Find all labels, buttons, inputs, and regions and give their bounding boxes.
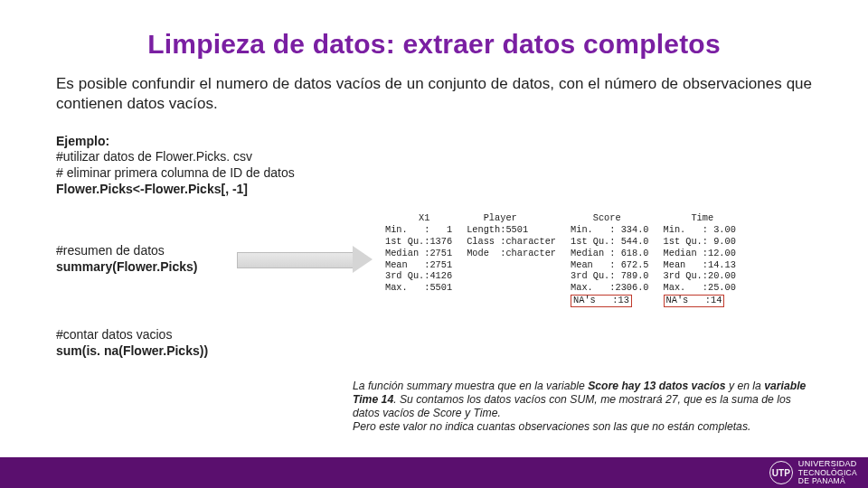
university-seal-icon: UTP xyxy=(769,461,793,484)
explanation-note: La función summary muestra que en la var… xyxy=(353,380,812,434)
col-header: Score xyxy=(571,212,621,223)
slide: Limpieza de datos: extraer datos complet… xyxy=(0,0,868,488)
summary-col-player: Player Length:5501 Class :character Mode… xyxy=(467,212,556,307)
university-name: UNIVERSIDAD TECNOLÓGICA DE PANAMÁ xyxy=(798,460,857,484)
col-header: Player xyxy=(467,212,517,223)
example-line-2: # eliminar primera columna de ID de dato… xyxy=(56,165,295,180)
stat-line: 3rd Qu.:20.00 xyxy=(664,270,736,281)
note-bold: Score hay 13 datos vacíos xyxy=(588,380,725,392)
arrow-icon xyxy=(237,246,373,273)
stat-line: Median : 618.0 xyxy=(571,248,649,258)
count-call: sum(is. na(Flower.Picks)) xyxy=(56,343,208,358)
note-text: . Su contamos los datos vacíos con SUM, … xyxy=(353,393,791,419)
stat-line: Min. : 3.00 xyxy=(664,224,736,235)
stat-line: Median :12.00 xyxy=(664,248,736,258)
summary-output: X1 Min. : 1 1st Qu.:1376 Median :2751 Me… xyxy=(382,211,740,307)
slide-title: Limpieza de datos: extraer datos complet… xyxy=(56,29,812,60)
footer-bar: UTP UNIVERSIDAD TECNOLÓGICA DE PANAMÁ xyxy=(0,457,868,488)
summary-label: #resumen de datos summary(Flower.Picks) xyxy=(56,243,237,276)
stat-line: Mean :14.13 xyxy=(664,259,736,270)
stat-line: Max. :25.00 xyxy=(664,282,736,293)
stat-line: Max. :2306.0 xyxy=(571,282,649,293)
col-header: Time xyxy=(664,212,714,223)
col-header: X1 xyxy=(385,212,429,223)
uni-line-3: DE PANAMÁ xyxy=(798,477,857,485)
stat-line: 3rd Qu.:4126 xyxy=(385,270,452,281)
stat-line: Max. :5501 xyxy=(385,282,452,293)
example-block: Ejemplo: #utilizar datos de Flower.Picks… xyxy=(56,134,812,199)
count-block: #contar datos vacios sum(is. na(Flower.P… xyxy=(56,327,812,360)
intro-paragraph: Es posible confundir el numero de datos … xyxy=(56,74,812,114)
stat-line: Mode :character xyxy=(467,248,556,258)
summary-col-time: Time Min. : 3.00 1st Qu.: 9.00 Median :1… xyxy=(664,212,736,307)
stat-line: 1st Qu.: 9.00 xyxy=(664,236,736,247)
note-text: Pero este valor no indica cuantas observ… xyxy=(353,420,750,433)
example-line-3: Flower.Picks<-Flower.Picks[, -1] xyxy=(56,182,248,196)
summary-col-score: Score Min. : 334.0 1st Qu.: 544.0 Median… xyxy=(571,212,649,307)
stat-line: Min. : 1 xyxy=(385,224,452,235)
na-highlight-score: NA's :13 xyxy=(571,295,632,307)
summary-row: #resumen de datos summary(Flower.Picks) … xyxy=(56,211,812,307)
stat-line: 1st Qu.:1376 xyxy=(385,236,452,247)
stat-line: 3rd Qu.: 789.0 xyxy=(571,270,649,281)
example-line-1: #utilizar datos de Flower.Picks. csv xyxy=(56,149,252,164)
note-text: La función summary muestra que en la var… xyxy=(353,380,588,392)
stat-line: Min. : 334.0 xyxy=(571,224,649,235)
summary-comment: #resumen de datos xyxy=(56,243,165,258)
count-comment: #contar datos vacios xyxy=(56,327,172,342)
stat-line: 1st Qu.: 544.0 xyxy=(571,236,649,247)
summary-call: summary(Flower.Picks) xyxy=(56,259,197,274)
stat-line: Class :character xyxy=(467,236,556,247)
note-text: y en la xyxy=(726,380,765,392)
stat-line: Length:5501 xyxy=(467,224,528,235)
example-heading: Ejemplo: xyxy=(56,134,109,148)
stat-line: Mean : 672.5 xyxy=(571,259,649,270)
summary-col-x1: X1 Min. : 1 1st Qu.:1376 Median :2751 Me… xyxy=(385,212,452,307)
stat-line: Mean :2751 xyxy=(385,259,452,270)
na-highlight-time: NA's :14 xyxy=(664,295,725,307)
stat-line: Median :2751 xyxy=(385,248,452,258)
